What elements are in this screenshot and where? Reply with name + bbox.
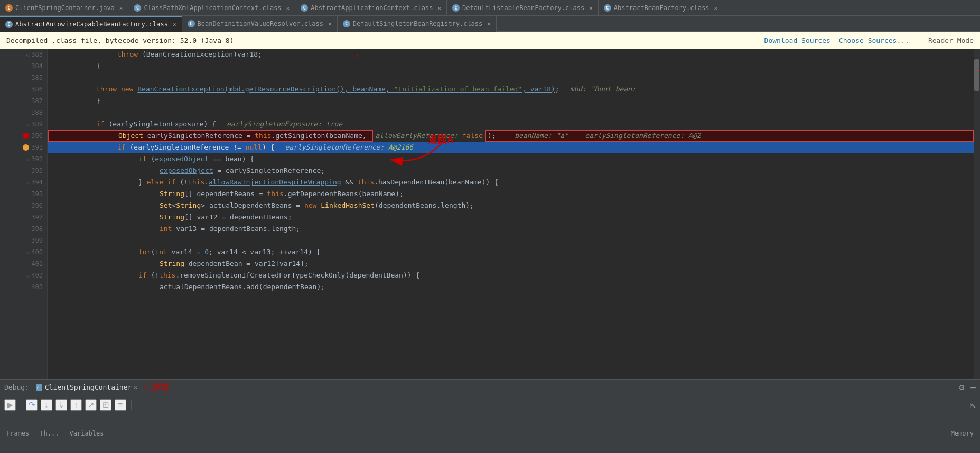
line-401: String dependentBean = var12[var14]; [48, 258, 974, 270]
tab-abstractapp[interactable]: C AbstractApplicationContext.class ✕ [295, 0, 447, 16]
col-th: Th... [40, 430, 59, 437]
gutter-390: 390 [0, 130, 47, 142]
tab-classpathxml[interactable]: C ClassPathXmlApplicationContext.class ✕ [128, 0, 295, 16]
scrollbar[interactable] [974, 49, 980, 379]
line-399 [48, 235, 974, 246]
tab-close-4[interactable]: ✕ [714, 5, 717, 12]
line-397: String[] var12 = dependentBeans; [48, 211, 974, 223]
tab-icon-class7: C [343, 20, 350, 27]
gutter-397: 397 [0, 211, 47, 223]
evaluate-button[interactable]: ⊞ [100, 399, 111, 411]
choose-sources-link[interactable]: Choose Sources... [839, 36, 909, 44]
line-383: throw (BeanCreationException)var18; [48, 49, 974, 60]
gutter-387: 387 [0, 95, 47, 107]
resume-button[interactable]: ▶ [4, 399, 16, 411]
line-387: } [48, 95, 974, 107]
gutter-389: ◁389 [0, 118, 47, 130]
line-394: } else if (!this.allowRawInjectionDespit… [48, 177, 974, 188]
line-402: if (!this.removeSingletonIfCreatedForTyp… [48, 270, 974, 281]
tab-icon-class3: C [452, 4, 460, 12]
tab-defaultsingleton[interactable]: C DefaultSingletonBeanRegistry.class ✕ [338, 16, 497, 32]
frames-button[interactable]: ≡ [115, 399, 126, 411]
line-386: throw new BeanCreationException(mbd.getR… [48, 84, 974, 95]
line-403: actualDependentBeans.add(dependentBean); [48, 281, 974, 293]
gutter-396: 396 [0, 200, 47, 211]
col-variables: Variables [69, 430, 104, 437]
toolbar-sep-1 [21, 400, 21, 410]
debug-label: Debug: [4, 383, 29, 391]
gutter-402: ◁402 [0, 270, 47, 281]
gutter-385: 385 [0, 72, 47, 84]
gutter-388: 388 [0, 107, 47, 118]
tab-defaultlistable[interactable]: C DefaultListableBeanFactory.class ✕ [447, 0, 599, 16]
tab-icon-class4: C [604, 4, 611, 12]
tab-close-3[interactable]: ✕ [589, 5, 593, 12]
debug-bar: Debug: C ClientSpringContainer ✕ ⇒ 步过 ⚙ … [0, 379, 980, 395]
tab-abstractautowire[interactable]: C AbstractAutowireCapableBeanFactory.cla… [0, 16, 182, 32]
debug-toolbar: ▶ ↷ ↓ ⇓ ↑ ↗ ⊞ ≡ ⇱ [0, 395, 980, 414]
code-content[interactable]: throw (BeanCreationException)var18; } th… [48, 49, 974, 379]
tab-close-2[interactable]: ✕ [437, 5, 441, 12]
decompile-info: Decompiled .class file, bytecode version… [6, 36, 234, 44]
tab-icon-class5: C [5, 21, 13, 28]
tab-close-5[interactable]: ✕ [173, 21, 176, 28]
minimize-icon[interactable]: — [970, 382, 976, 392]
tab-icon-class1: C [134, 4, 141, 12]
scrollbar-thumb[interactable] [974, 59, 979, 91]
gutter-384: 384 [0, 60, 47, 72]
tab-beandefinitionvalue[interactable]: C BeanDefinitionValueResolver.class ✕ [182, 16, 338, 32]
current-line-icon-391 [23, 144, 29, 151]
tab-close-0[interactable]: ✕ [119, 5, 123, 12]
toolbar-sep-2 [131, 400, 132, 410]
download-sources-link[interactable]: Download Sources [764, 36, 830, 44]
line-396: Set<String> actualDependentBeans = new L… [48, 200, 974, 211]
tab-abstractbean[interactable]: C AbstractBeanFactory.class ✕ [599, 0, 723, 16]
gutter-393: 393 [0, 165, 47, 177]
run-to-cursor-button[interactable]: ↗ [85, 399, 97, 411]
reader-mode-link[interactable]: Reader Mode [928, 36, 974, 44]
tab-bar-row1: C ClientSpringContainer.java ✕ C ClassPa… [0, 0, 980, 16]
gutter-395: 395 [0, 188, 47, 200]
info-bar: Decompiled .class file, bytecode version… [0, 32, 980, 49]
line-395: String[] dependentBeans = this.getDepend… [48, 188, 974, 200]
line-393: exposedObject = earlySingletonReference; [48, 165, 974, 177]
gutter-398: 398 [0, 223, 47, 235]
tab-icon-java: C [5, 4, 13, 12]
tab-client-spring[interactable]: C ClientSpringContainer.java ✕ [0, 0, 128, 16]
tab-icon-class2: C [301, 4, 308, 12]
line-390: Object earlySingletonReference = this.ge… [48, 130, 974, 142]
breakpoint-icon-390 [23, 133, 29, 139]
step-over-arrow: ⇒ [142, 382, 147, 393]
debug-tab-clientspring[interactable]: C ClientSpringContainer ✕ [35, 383, 137, 391]
tab-icon-class6: C [188, 20, 195, 27]
gutter-400: ◁400 [0, 246, 47, 258]
tab-close-6[interactable]: ✕ [328, 21, 332, 27]
step-over-label: 步过 [152, 382, 169, 393]
settings-icon[interactable]: ⚙ [959, 382, 965, 392]
step-into-button[interactable]: ↓ [41, 399, 52, 411]
tab-bar-row2: C AbstractAutowireCapableBeanFactory.cla… [0, 16, 980, 32]
debug-tab-close[interactable]: ✕ [134, 384, 137, 391]
gutter-392: ◁392 [0, 153, 47, 165]
line-384: } [48, 60, 974, 72]
step-over-button[interactable]: ↷ [26, 399, 38, 411]
line-398: int var13 = dependentBeans.length; [48, 223, 974, 235]
tab-close-7[interactable]: ✕ [487, 21, 491, 27]
gutter-383: ◁383 [0, 49, 47, 60]
bottom-panel: Frames Th... Variables Memory [0, 414, 980, 453]
info-bar-actions: Download Sources Choose Sources... Reade… [764, 36, 974, 44]
expand-icon[interactable]: ⇱ [970, 399, 976, 410]
step-out-button[interactable]: ↑ [70, 399, 82, 411]
line-391: if (earlySingletonReference != null) { e… [48, 142, 974, 153]
gutter-391: 391 [0, 142, 47, 153]
line-389: if (earlySingletonExposure) { earlySingl… [48, 118, 974, 130]
svg-text:C: C [37, 386, 39, 390]
line-400: for(int var14 = 0; var14 < var13; ++var1… [48, 246, 974, 258]
gutter-401: 401 [0, 258, 47, 270]
line-388 [48, 107, 974, 118]
line-gutter: ◁383 384 385 386 387 388 ◁389 390 391 ◁3… [0, 49, 48, 379]
gutter-394: ◁394 [0, 177, 47, 188]
tab-close-1[interactable]: ✕ [286, 5, 290, 12]
gutter-403: 403 [0, 281, 47, 293]
force-step-into-button[interactable]: ⇓ [55, 399, 67, 411]
